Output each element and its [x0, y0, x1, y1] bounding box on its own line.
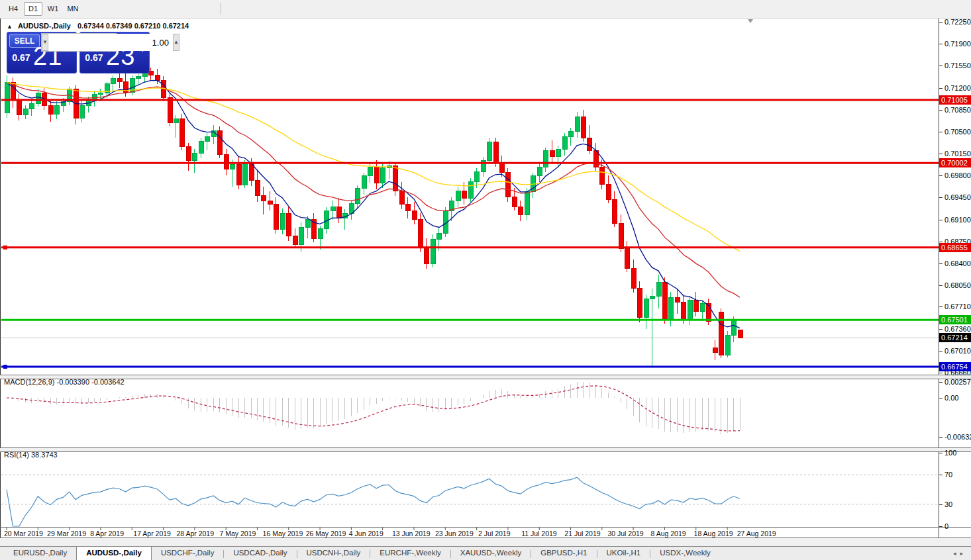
macd-signal-line	[7, 386, 740, 431]
trading-terminal: H4D1W1MN ▲AUDUSD-,Daily0.67344 0.67349 0…	[0, 0, 971, 560]
price-axis-tick: 0.71900	[945, 40, 971, 48]
date-axis-label: 26 May 2019	[306, 530, 346, 537]
tab-xauusd-weekly[interactable]: XAUUSD-,Weekly	[451, 547, 531, 560]
tab-scroll-arrows: ◂▸	[953, 550, 967, 557]
price-axis-tickmark	[939, 110, 943, 111]
sell-price-prefix: 0.67	[12, 52, 30, 63]
tab-usdcnh-daily[interactable]: USDCNH-,Daily	[297, 547, 370, 560]
tabs-scroll-right-icon[interactable]: ▸	[960, 550, 967, 557]
price-axis-tick: 0.68400	[945, 259, 971, 267]
macd-axis-tickmark	[939, 437, 943, 438]
date-axis-label: 16 May 2019	[263, 530, 303, 537]
date-axis-label: 17 Apr 2019	[133, 530, 171, 537]
price-axis-tickmark	[939, 263, 943, 264]
price-axis-tick: 0.68050	[945, 281, 971, 289]
macd-axis-tick: 0.002574	[945, 378, 971, 386]
price-axis-tick: 0.69800	[945, 171, 971, 179]
price-axis-tickmark	[939, 373, 943, 373]
rsi-axis-tick: 70	[945, 471, 952, 479]
toolbar-timeframe-w1[interactable]: W1	[44, 2, 62, 16]
price-axis-tick: 0.70850	[945, 106, 971, 114]
price-axis-tick: 0.70500	[945, 128, 971, 136]
toolbar-timeframe-d1[interactable]: D1	[24, 2, 42, 16]
rsi-axis-tickmark	[939, 453, 943, 453]
date-axis-label: 7 May 2019	[220, 530, 256, 537]
rsi-axis-tickmark	[939, 526, 943, 527]
rsi-axis-tickmark	[939, 475, 943, 475]
toolbar-timeframe-h4[interactable]: H4	[4, 2, 23, 16]
macd-histogram	[7, 382, 740, 434]
price-axis-tick: 0.67710	[945, 303, 971, 310]
main-macd-splitter[interactable]	[0, 375, 971, 379]
date-axis-label: 29 Mar 2019	[47, 530, 86, 537]
ohlc-values: 0.67344 0.67349 0.67210 0.67214	[77, 22, 189, 30]
tab-audusd-daily[interactable]: AUDUSD-,Daily	[76, 546, 152, 560]
price-axis-tickmark	[939, 88, 943, 89]
rsi-axis-tick: 30	[945, 500, 952, 508]
toolbar-separator	[221, 3, 221, 15]
price-axis-tickmark	[939, 242, 943, 242]
price-axis-tickmark	[939, 351, 943, 351]
price-axis-tickmark	[939, 306, 943, 307]
volume-increase-button[interactable]: ▲	[173, 34, 179, 51]
price-axis-tick: 0.69100	[945, 216, 971, 224]
date-axis-label: 21 Jul 2019	[564, 530, 600, 537]
tab-usdx-weekly[interactable]: USDX-,Weekly	[650, 547, 719, 560]
price-axis-tick: 0.67010	[945, 347, 971, 355]
date-axis-label: 11 Jul 2019	[521, 530, 557, 537]
price-axis-tickmark	[939, 329, 943, 330]
price-axis-tickmark	[939, 220, 943, 220]
ma-slow-line	[7, 83, 740, 252]
hline-handle-0.66754[interactable]	[3, 365, 7, 369]
date-axis-label: 18 Aug 2019	[694, 530, 733, 537]
macd-name: MACD(12,26,9)	[4, 378, 54, 386]
collapse-triangle-icon[interactable]: ▲	[7, 23, 13, 30]
macd-axis-tickmark	[939, 398, 943, 398]
date-axis-label: 8 Apr 2019	[90, 530, 124, 537]
rsi-line	[7, 477, 740, 526]
chart-shift-marker-icon[interactable]	[748, 19, 753, 23]
rsi-label: RSI(14) 38.3743	[4, 451, 58, 459]
date-axis-label: 2 Jul 2019	[478, 530, 510, 537]
price-axis-tick: 0.69450	[945, 193, 971, 201]
price-axis-tick: 0.72250	[945, 18, 971, 26]
rsi-name: RSI(14)	[4, 451, 29, 459]
symbol-tab-bar: EURUSD-,DailyAUDUSD-,DailyUSDCHF-,DailyU…	[0, 546, 971, 560]
price-axis-tickmark	[939, 175, 943, 176]
date-axis-label: 30 Jul 2019	[607, 530, 643, 537]
macd-axis-tickmark	[939, 382, 943, 383]
price-axis-tick: 0.71550	[945, 62, 971, 70]
tab-usdcad-daily[interactable]: USDCAD-,Daily	[224, 547, 296, 560]
candles-layer	[5, 68, 742, 365]
volume-decrease-button[interactable]: ▼	[42, 34, 48, 51]
tabs-scroll-left-icon[interactable]: ◂	[953, 550, 960, 557]
price-badge-0.67214: 0.67214	[939, 333, 971, 342]
tab-eurchf-weekly[interactable]: EURCHF-,Weekly	[370, 547, 450, 560]
price-badge-0.71005: 0.71005	[939, 95, 971, 105]
volume-input[interactable]	[48, 34, 173, 51]
tab-ukoil-h1[interactable]: UKOil-,H1	[597, 547, 650, 560]
rsi-axis-tickmark	[939, 504, 943, 505]
price-badge-0.66754: 0.66754	[939, 362, 971, 371]
tab-eurusd-daily[interactable]: EURUSD-,Daily	[4, 547, 76, 560]
tab-usdchf-daily[interactable]: USDCHF-,Daily	[152, 547, 224, 560]
bottom-gap	[0, 538, 971, 546]
rsi-bottom-border	[0, 527, 971, 528]
price-badge-0.70002: 0.70002	[939, 158, 971, 167]
macd-axis-tick: 0.00	[945, 394, 958, 402]
macd-rsi-splitter[interactable]	[0, 447, 971, 452]
price-chart-svg[interactable]	[0, 0, 971, 560]
ma-fast-line	[7, 81, 740, 328]
tab-gbpusd-h1[interactable]: GBPUSD-,H1	[531, 547, 596, 560]
macd-axis-tick: -0.006326	[945, 433, 971, 441]
toolbar-timeframe-mn[interactable]: MN	[64, 2, 82, 16]
price-axis-tickmark	[939, 22, 943, 23]
price-axis-tickmark	[939, 44, 943, 44]
volume-control: ▼ ▲	[41, 33, 117, 52]
hline-handle-0.68655[interactable]	[3, 246, 7, 250]
buy-price-prefix: 0.67	[85, 52, 103, 63]
price-axis-tick: 0.67360	[945, 325, 971, 333]
macd-label: MACD(12,26,9) -0.003390 -0.003642	[4, 378, 125, 386]
date-axis-label: 27 Aug 2019	[737, 530, 776, 537]
date-axis-label: 8 Aug 2019	[651, 530, 686, 537]
